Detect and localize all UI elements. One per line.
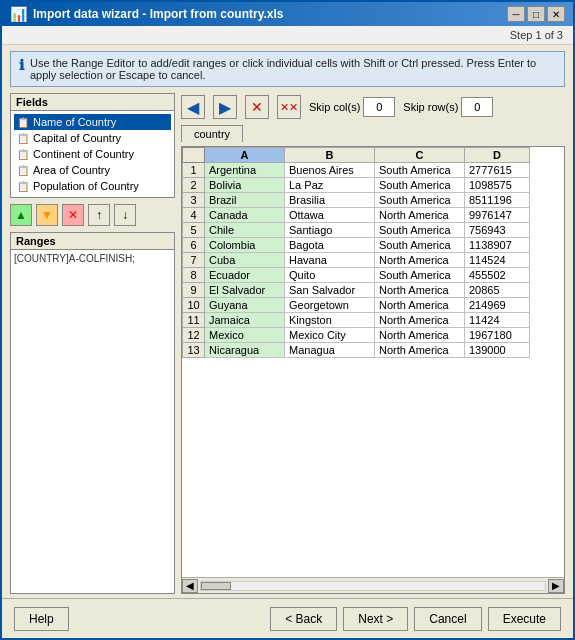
cell-c[interactable]: South America — [375, 238, 465, 253]
cell-b[interactable]: Havana — [285, 253, 375, 268]
cell-d[interactable]: 214969 — [465, 298, 530, 313]
cell-b[interactable]: Kingston — [285, 313, 375, 328]
grid-scroll[interactable]: A B C D 1 Argentina Buenos Aires South A… — [182, 147, 564, 577]
cell-d[interactable]: 756943 — [465, 223, 530, 238]
field-item[interactable]: 📋 Capital of Country — [14, 130, 171, 146]
cell-d[interactable]: 9976147 — [465, 208, 530, 223]
cell-d[interactable]: 8511196 — [465, 193, 530, 208]
cell-c[interactable]: North America — [375, 253, 465, 268]
delete-button[interactable]: ✕ — [245, 95, 269, 119]
field-item[interactable]: 📋 Name of Country — [14, 114, 171, 130]
col-header-b[interactable]: B — [285, 148, 375, 163]
field-label: Capital of Country — [33, 132, 121, 144]
close-button[interactable]: ✕ — [547, 6, 565, 22]
cell-c[interactable]: North America — [375, 343, 465, 358]
cell-b[interactable]: Bagota — [285, 238, 375, 253]
scroll-right-btn[interactable]: ▶ — [548, 579, 564, 593]
cell-a[interactable]: Argentina — [205, 163, 285, 178]
minimize-button[interactable]: ─ — [507, 6, 525, 22]
field-icon: 📋 — [17, 165, 29, 176]
delete-all-button[interactable]: ✕✕ — [277, 95, 301, 119]
nav-right-button[interactable]: ▶ — [213, 95, 237, 119]
remove-button[interactable]: ✕ — [62, 204, 84, 226]
help-button[interactable]: Help — [14, 607, 69, 631]
cell-a[interactable]: Brazil — [205, 193, 285, 208]
cell-d[interactable]: 20865 — [465, 283, 530, 298]
cell-d[interactable]: 11424 — [465, 313, 530, 328]
tab-country[interactable]: country — [181, 125, 243, 142]
cell-a[interactable]: Ecuador — [205, 268, 285, 283]
scroll-thumb[interactable] — [201, 582, 231, 590]
skip-rows-group: Skip row(s) — [403, 97, 493, 117]
row-number: 1 — [183, 163, 205, 178]
cell-b[interactable]: Georgetown — [285, 298, 375, 313]
cell-a[interactable]: El Salvador — [205, 283, 285, 298]
cell-a[interactable]: Canada — [205, 208, 285, 223]
move-up-button[interactable]: ↑ — [88, 204, 110, 226]
col-header-a[interactable]: A — [205, 148, 285, 163]
cell-c[interactable]: South America — [375, 163, 465, 178]
row-number: 7 — [183, 253, 205, 268]
cell-a[interactable]: Mexico — [205, 328, 285, 343]
skip-rows-input[interactable] — [461, 97, 493, 117]
next-button[interactable]: Next > — [343, 607, 408, 631]
horizontal-scrollbar[interactable]: ◀ ▶ — [182, 577, 564, 593]
cell-c[interactable]: North America — [375, 283, 465, 298]
window-title: Import data wizard - Import from country… — [33, 7, 283, 21]
cell-a[interactable]: Nicaragua — [205, 343, 285, 358]
field-item[interactable]: 📋 Population of Country — [14, 178, 171, 194]
cell-a[interactable]: Colombia — [205, 238, 285, 253]
col-header-c[interactable]: C — [375, 148, 465, 163]
cell-c[interactable]: South America — [375, 223, 465, 238]
skip-cols-input[interactable] — [363, 97, 395, 117]
cell-b[interactable]: San Salvador — [285, 283, 375, 298]
cell-a[interactable]: Bolivia — [205, 178, 285, 193]
cell-b[interactable]: La Paz — [285, 178, 375, 193]
field-item[interactable]: 📋 Area of Country — [14, 162, 171, 178]
cell-b[interactable]: Santiago — [285, 223, 375, 238]
table-row: 6 Colombia Bagota South America 1138907 — [183, 238, 530, 253]
cell-b[interactable]: Brasilia — [285, 193, 375, 208]
scroll-left-btn[interactable]: ◀ — [182, 579, 198, 593]
cell-a[interactable]: Cuba — [205, 253, 285, 268]
row-number: 2 — [183, 178, 205, 193]
table-row: 2 Bolivia La Paz South America 1098575 — [183, 178, 530, 193]
cell-d[interactable]: 114524 — [465, 253, 530, 268]
field-item[interactable]: 📋 Continent of Country — [14, 146, 171, 162]
cell-b[interactable]: Ottawa — [285, 208, 375, 223]
cell-d[interactable]: 2777615 — [465, 163, 530, 178]
cell-d[interactable]: 139000 — [465, 343, 530, 358]
cell-b[interactable]: Managua — [285, 343, 375, 358]
cell-b[interactable]: Buenos Aires — [285, 163, 375, 178]
cell-c[interactable]: South America — [375, 193, 465, 208]
cell-c[interactable]: South America — [375, 268, 465, 283]
cell-a[interactable]: Chile — [205, 223, 285, 238]
cancel-button[interactable]: Cancel — [414, 607, 481, 631]
cell-b[interactable]: Mexico City — [285, 328, 375, 343]
execute-button[interactable]: Execute — [488, 607, 561, 631]
field-icon: 📋 — [17, 133, 29, 144]
cell-c[interactable]: North America — [375, 208, 465, 223]
table-row: 11 Jamaica Kingston North America 11424 — [183, 313, 530, 328]
cell-c[interactable]: North America — [375, 313, 465, 328]
maximize-button[interactable]: □ — [527, 6, 545, 22]
fields-box: Fields 📋 Name of Country 📋 Capital of Co… — [10, 93, 175, 198]
cell-d[interactable]: 455502 — [465, 268, 530, 283]
cell-c[interactable]: North America — [375, 328, 465, 343]
cell-c[interactable]: North America — [375, 298, 465, 313]
cell-d[interactable]: 1138907 — [465, 238, 530, 253]
cell-a[interactable]: Guyana — [205, 298, 285, 313]
cell-d[interactable]: 1967180 — [465, 328, 530, 343]
row-number: 8 — [183, 268, 205, 283]
cell-c[interactable]: South America — [375, 178, 465, 193]
cell-a[interactable]: Jamaica — [205, 313, 285, 328]
back-button[interactable]: < Back — [270, 607, 337, 631]
cell-b[interactable]: Quito — [285, 268, 375, 283]
add-orange-button[interactable]: ▼ — [36, 204, 58, 226]
move-down-button[interactable]: ↓ — [114, 204, 136, 226]
add-green-button[interactable]: ▲ — [10, 204, 32, 226]
nav-left-button[interactable]: ◀ — [181, 95, 205, 119]
cell-d[interactable]: 1098575 — [465, 178, 530, 193]
col-header-d[interactable]: D — [465, 148, 530, 163]
row-number: 10 — [183, 298, 205, 313]
